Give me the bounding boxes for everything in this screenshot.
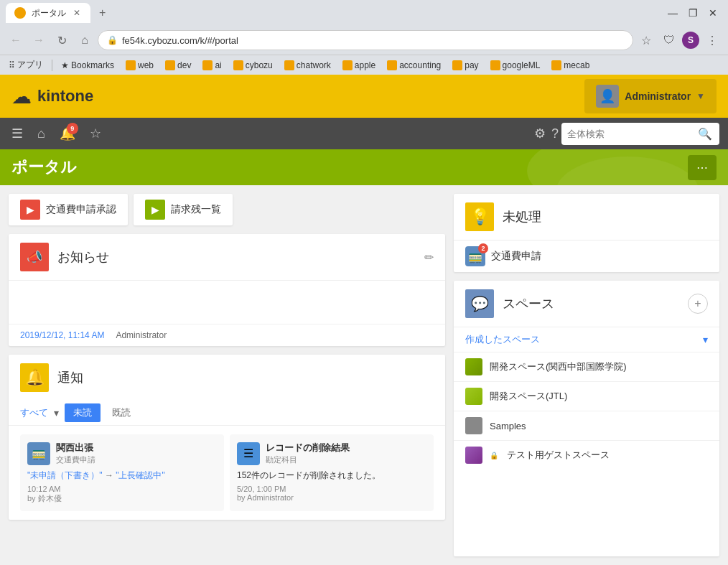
space-chat-icon: 💬	[465, 289, 494, 318]
home-icon[interactable]: ⌂	[34, 123, 48, 144]
notification-tabs: すべて ▾ 未読 既読	[9, 401, 445, 426]
bookmark-accounting[interactable]: accounting	[384, 59, 444, 72]
search-submit-button[interactable]: 🔍	[696, 126, 714, 142]
global-search-box[interactable]: 🔍	[561, 123, 719, 145]
unprocessed-item-label: 交通費申請	[491, 250, 541, 263]
tab-dropdown-icon[interactable]: ▾	[54, 407, 59, 419]
right-column: 💡 未処理 🚃 2 交通費申請 💬 スペース +	[454, 194, 719, 556]
train-icon: 🚃	[27, 442, 50, 465]
notif-item-2-title: レコードの削除結果	[266, 442, 350, 454]
lock-icon: 🔒	[490, 452, 498, 459]
bookmark-mecab[interactable]: mecab	[549, 59, 592, 72]
tab-unread[interactable]: 未読	[65, 403, 101, 422]
bookmark-cybozu[interactable]: cybozu	[230, 59, 276, 72]
unprocessed-icon: 💡	[465, 202, 494, 231]
kintone-nav: ☰ ⌂ 🔔 9 ☆ ⚙ ? 🔍	[0, 118, 728, 149]
home-button[interactable]: ⌂	[75, 30, 95, 50]
bookmark-googleml[interactable]: googleML	[487, 59, 543, 72]
transport-approval-label: 交通費申請承認	[46, 203, 116, 216]
minimize-button[interactable]: —	[663, 6, 682, 20]
space-item-4[interactable]: 🔒 テスト用ゲストスペース	[454, 440, 719, 470]
space-add-button[interactable]: +	[688, 294, 708, 314]
space-item-1[interactable]: 開発スペース(関西中部国際学院)	[454, 352, 719, 381]
new-tab-button[interactable]: +	[93, 4, 111, 22]
space-item-3[interactable]: Samples	[454, 411, 719, 440]
space-item-2[interactable]: 開発スペース(JTL)	[454, 381, 719, 411]
folder-icon	[284, 60, 294, 70]
bookmark-chatwork[interactable]: chatwork	[281, 59, 334, 72]
global-search-input[interactable]	[567, 129, 694, 139]
notification-card: 🔔 通知 すべて ▾ 未読 既読 🚃 関西出張 交通費	[9, 355, 445, 520]
billing-list-button[interactable]: ▶ 請求残一覧	[134, 194, 233, 225]
notif-item-1-sub: 交通費申請	[56, 454, 95, 465]
ai-label: ai	[215, 60, 221, 70]
kintone-logo: ☁ kintone	[11, 85, 584, 108]
maximize-button[interactable]: ❐	[683, 6, 702, 20]
space-header: 💬 スペース +	[454, 281, 719, 327]
menu-button[interactable]: ⋮	[702, 30, 722, 50]
cybozu-label: cybozu	[246, 60, 273, 70]
folder-icon	[202, 60, 213, 70]
close-button[interactable]: ✕	[704, 6, 722, 20]
tab-all[interactable]: すべて	[20, 406, 48, 419]
notif-item-1-time: 10:12 AM	[27, 485, 217, 493]
space-section-label: 作成したスペース	[465, 333, 540, 346]
bookmarks-bar: ⠿ アプリ ★ Bookmarks web dev ai cybozu chat…	[0, 55, 728, 75]
bookmarks-label: Bookmarks	[71, 60, 114, 70]
bookmark-apps[interactable]: ⠿ アプリ	[6, 57, 46, 73]
space-section-header[interactable]: 作成したスペース ▾	[454, 327, 719, 352]
web-label: web	[138, 60, 154, 70]
folder-icon	[165, 60, 175, 70]
address-bar[interactable]: 🔒 fe54k.cybozu.com/k/#/portal	[98, 30, 633, 50]
favorites-star-icon[interactable]: ☆	[87, 123, 104, 144]
notice-card-footer: 2019/12/12, 11:14 AM Administrator	[9, 324, 445, 346]
settings-gear-icon[interactable]: ⚙	[531, 123, 549, 144]
user-name: Administrator	[625, 90, 691, 102]
bookmark-ai[interactable]: ai	[200, 59, 224, 72]
notif-item-2-time: 5/20, 1:00 PM	[237, 485, 426, 493]
play-icon-green: ▶	[145, 200, 165, 220]
bookmark-bookmarks[interactable]: ★ Bookmarks	[58, 59, 117, 72]
active-tab[interactable]: ポータル ✕	[6, 3, 90, 23]
bookmark-web[interactable]: web	[123, 59, 157, 72]
user-menu[interactable]: 👤 Administrator ▼	[584, 79, 717, 113]
notification-count-badge: 9	[67, 123, 78, 134]
tab-close-button[interactable]: ✕	[72, 8, 82, 18]
apple-label: apple	[355, 60, 375, 70]
notif-item-1-link2: "上長確認中"	[116, 470, 165, 480]
space-item-name-3: Samples	[490, 421, 526, 431]
back-button[interactable]: ←	[6, 30, 26, 50]
notification-bell[interactable]: 🔔 9	[57, 123, 78, 144]
dev-label: dev	[177, 60, 191, 70]
extension-button[interactable]: 🛡	[659, 30, 679, 50]
help-button[interactable]: ?	[549, 123, 561, 144]
space-card: 💬 スペース + 作成したスペース ▾ 開発スペース(関西中部国際学院)	[454, 281, 719, 556]
bookmark-star-button[interactable]: ☆	[636, 30, 656, 50]
bookmark-apple[interactable]: apple	[340, 59, 378, 72]
notification-card-icon: 🔔	[20, 363, 49, 392]
tab-read[interactable]: 既読	[106, 403, 136, 422]
left-column: ▶ 交通費申請承認 ▶ 請求残一覧 📣 お知らせ	[9, 194, 445, 556]
play-icon-red: ▶	[20, 200, 40, 220]
hamburger-menu-icon[interactable]: ☰	[9, 123, 26, 144]
unprocessed-header: 💡 未処理	[454, 194, 719, 240]
folder-icon	[387, 60, 397, 70]
folder-icon	[233, 60, 243, 70]
notice-edit-button[interactable]: ✏	[424, 251, 434, 264]
folder-icon	[126, 60, 136, 70]
profile-button[interactable]: S	[682, 32, 699, 49]
notif-item-1-link1: "未申請（下書き）"	[27, 470, 103, 480]
notice-card: 📣 お知らせ ✏ 2019/12/12, 11:14 AM Administra…	[9, 234, 445, 346]
portal-more-button[interactable]: ⋯	[688, 155, 717, 180]
transport-icon-container: 🚃 2	[465, 246, 485, 266]
title-bar: ポータル ✕ + — ❐ ✕	[0, 0, 728, 26]
bookmark-pay[interactable]: pay	[449, 59, 481, 72]
unprocessed-item-transport[interactable]: 🚃 2 交通費申請	[454, 240, 719, 272]
notice-card-header: 📣 お知らせ ✏	[9, 234, 445, 281]
refresh-button[interactable]: ↻	[52, 30, 72, 50]
accounting-label: accounting	[399, 60, 441, 70]
notice-author: Administrator	[116, 330, 167, 340]
bookmark-dev[interactable]: dev	[162, 59, 194, 72]
forward-button[interactable]: →	[29, 30, 49, 50]
transport-approval-button[interactable]: ▶ 交通費申請承認	[9, 194, 128, 225]
